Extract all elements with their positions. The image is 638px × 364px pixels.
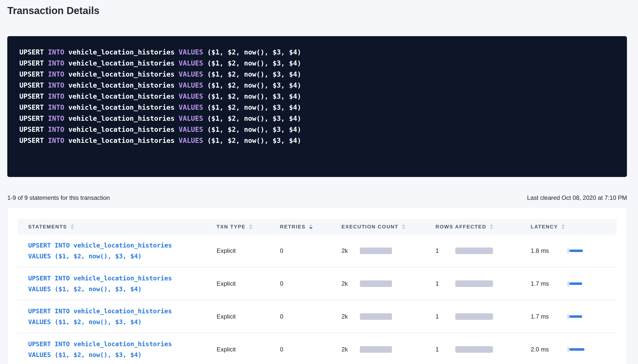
code-line: UPSERT INTO vehicle_location_histories V…	[19, 47, 615, 58]
latency-bar-chart	[568, 248, 583, 254]
rows-affected-cell: 1	[435, 280, 531, 287]
column-header[interactable]: STATEMENTS	[18, 224, 217, 230]
column-header-label: RETRIES	[280, 224, 306, 230]
statement-cell: UPSERT INTO vehicle_location_histories V…	[18, 339, 217, 360]
sql-text-token: vehicle_location_histories	[68, 114, 179, 122]
txn-type-value: Explicit	[217, 280, 236, 287]
statement-link[interactable]: UPSERT INTO vehicle_location_histories V…	[28, 339, 217, 360]
sql-keyword-token: VALUES	[179, 48, 207, 56]
code-line: UPSERT INTO vehicle_location_histories V…	[19, 135, 615, 146]
statement-line-2: VALUES ($1, $2, now(), $3, $4)	[28, 251, 217, 262]
code-line: UPSERT INTO vehicle_location_histories V…	[19, 124, 615, 135]
sql-text-token: ($1, $2, now(), $3, $4)	[207, 59, 301, 67]
column-header[interactable]: EXECUTION COUNT	[341, 224, 435, 230]
sql-keyword-token: VALUES	[179, 70, 207, 78]
sort-desc-icon	[402, 227, 405, 229]
rows-affected-bar	[455, 280, 493, 287]
sql-text-token: ($1, $2, now(), $3, $4)	[207, 114, 301, 122]
sql-text-token: vehicle_location_histories	[68, 126, 179, 133]
rows-affected-bar	[455, 346, 493, 353]
sql-text-token: vehicle_location_histories	[68, 70, 179, 78]
sql-code-panel: UPSERT INTO vehicle_location_histories V…	[7, 36, 627, 177]
page-title: Transaction Details	[7, 4, 100, 18]
statement-link[interactable]: UPSERT INTO vehicle_location_histories V…	[28, 240, 217, 262]
sql-keyword-token: VALUES	[179, 92, 207, 100]
sort-carets-icon[interactable]	[561, 224, 565, 229]
latency-bar	[569, 315, 582, 318]
sort-carets-icon[interactable]	[490, 224, 493, 229]
statement-line-2: VALUES ($1, $2, now(), $3, $4)	[28, 349, 217, 360]
sql-text-token: UPSERT	[19, 48, 48, 56]
column-header[interactable]: ROWS AFFECTED	[435, 224, 531, 230]
sql-keyword-token: VALUES	[179, 59, 207, 67]
execution-count-bar	[360, 248, 392, 254]
column-header[interactable]: TXN TYPE	[217, 224, 280, 230]
sql-text-token: ($1, $2, now(), $3, $4)	[207, 81, 301, 89]
column-header-label: EXECUTION COUNT	[341, 224, 398, 230]
latency-bar-chart	[568, 314, 582, 319]
txn-type-cell: Explicit	[217, 313, 280, 320]
sql-text-token: vehicle_location_histories	[68, 81, 179, 89]
execution-count-cell: 2k	[341, 313, 435, 320]
statement-link[interactable]: UPSERT INTO vehicle_location_histories V…	[28, 273, 217, 294]
table-row: UPSERT INTO vehicle_location_histories V…	[18, 234, 617, 267]
latency-axis-tick	[568, 347, 569, 352]
execution-count-value: 2k	[341, 346, 360, 353]
column-header[interactable]: LATENCY	[531, 224, 617, 230]
rows-affected-cell: 1	[435, 247, 531, 254]
latency-bar	[569, 282, 582, 285]
sql-text-token: vehicle_location_histories	[68, 59, 179, 67]
table-body: UPSERT INTO vehicle_location_histories V…	[18, 234, 617, 364]
sort-carets-icon[interactable]	[249, 224, 253, 229]
execution-count-cell: 2k	[341, 346, 435, 353]
code-line: UPSERT INTO vehicle_location_histories V…	[19, 102, 615, 113]
sort-desc-icon	[490, 227, 493, 229]
rows-affected-value: 1	[435, 280, 455, 287]
code-line: UPSERT INTO vehicle_location_histories V…	[19, 91, 615, 102]
latency-value: 2.0 ms	[531, 346, 568, 353]
summary-row: 1-9 of 9 statements for this transaction…	[7, 194, 627, 202]
sql-text-token: UPSERT	[19, 81, 48, 89]
sql-keyword-token: INTO	[48, 48, 68, 56]
code-line: UPSERT INTO vehicle_location_histories V…	[19, 113, 615, 124]
sql-text-token: vehicle_location_histories	[68, 92, 179, 100]
statement-link[interactable]: UPSERT INTO vehicle_location_histories V…	[28, 306, 217, 327]
sql-keyword-token: INTO	[48, 126, 68, 133]
sql-text-token: ($1, $2, now(), $3, $4)	[207, 48, 301, 56]
sql-keyword-token: INTO	[48, 114, 68, 122]
column-header-label: STATEMENTS	[28, 224, 67, 230]
latency-value: 1.8 ms	[531, 247, 568, 254]
sort-asc-icon	[490, 224, 493, 226]
column-header-label: ROWS AFFECTED	[435, 224, 486, 230]
latency-bar	[569, 250, 583, 252]
table-row: UPSERT INTO vehicle_location_histories V…	[18, 267, 617, 300]
txn-type-value: Explicit	[217, 313, 236, 320]
column-header[interactable]: RETRIES	[280, 224, 341, 230]
sort-desc-icon	[249, 227, 253, 229]
sql-keyword-token: VALUES	[179, 126, 207, 133]
latency-bar-chart	[568, 281, 582, 286]
code-line: UPSERT INTO vehicle_location_histories V…	[19, 80, 615, 91]
sql-text-token: ($1, $2, now(), $3, $4)	[207, 103, 301, 111]
sort-carets-icon[interactable]	[402, 224, 405, 229]
sql-text-token: UPSERT	[19, 59, 48, 67]
sql-text-token: vehicle_location_histories	[68, 103, 179, 111]
execution-count-value: 2k	[341, 280, 360, 287]
sql-text-token: UPSERT	[19, 92, 48, 100]
retries-value: 0	[280, 313, 283, 320]
sql-text-token: UPSERT	[19, 126, 48, 133]
sort-desc-icon	[561, 227, 565, 229]
latency-value: 1.7 ms	[531, 313, 568, 320]
sort-carets-icon[interactable]	[71, 224, 74, 229]
sort-asc-icon	[561, 224, 565, 226]
sort-carets-icon[interactable]	[309, 224, 313, 229]
latency-value: 1.7 ms	[531, 280, 568, 287]
statement-cell: UPSERT INTO vehicle_location_histories V…	[18, 273, 217, 294]
txn-type-cell: Explicit	[217, 346, 280, 353]
latency-cell: 2.0 ms	[531, 346, 617, 353]
sql-text-token: UPSERT	[19, 103, 48, 111]
sort-asc-icon	[402, 224, 405, 226]
retries-cell: 0	[280, 313, 341, 320]
latency-cell: 1.7 ms	[531, 280, 617, 287]
sql-text-token: ($1, $2, now(), $3, $4)	[207, 126, 301, 133]
